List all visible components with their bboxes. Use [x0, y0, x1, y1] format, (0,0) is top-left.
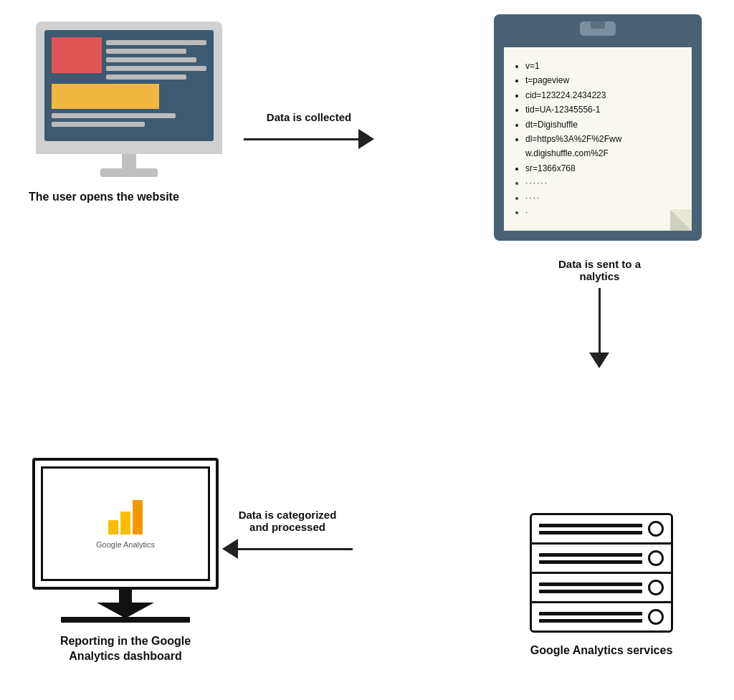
arrow-sent-label: Data is sent to analytics	[558, 258, 641, 282]
screen-line	[52, 113, 176, 118]
server-circle	[648, 580, 664, 595]
list-item: ····	[525, 191, 682, 205]
server-unit	[532, 574, 671, 603]
list-item: dt=Digishuffle	[525, 118, 682, 132]
arrow-collected-label: Data is collected	[267, 111, 351, 123]
server-unit	[532, 515, 671, 545]
server-lines	[539, 524, 642, 534]
ga-bar	[120, 512, 130, 534]
server-circle	[648, 521, 664, 537]
list-item: v=1	[525, 59, 682, 73]
server-wrap: Google Analytics services	[530, 513, 673, 657]
arrow-sent-content: Data is sent to analytics	[558, 258, 641, 368]
ga-stand-neck	[119, 590, 132, 603]
monitor-stand-neck	[122, 154, 136, 168]
server-label: Google Analytics services	[530, 644, 673, 657]
monitor-stand-base	[100, 168, 158, 177]
server-line	[539, 582, 642, 586]
diagram-container: The user opens the website Data is colle…	[0, 0, 734, 700]
monitor-screen	[44, 30, 214, 141]
ga-outer-frame: Google Analytics	[32, 458, 219, 590]
server-body	[530, 513, 673, 633]
ga-stand-trapezoid	[97, 603, 154, 618]
ga-bar	[133, 500, 143, 534]
screen-line	[106, 66, 206, 71]
ga-text: Google Analytics	[96, 540, 155, 549]
screen-line	[52, 122, 145, 127]
monitor-body	[36, 21, 222, 154]
server-line	[539, 612, 642, 615]
clipboard-paper: v=1 t=pageview cid=123224.2434223 tid=UA…	[504, 47, 692, 231]
clipboard-board: v=1 t=pageview cid=123224.2434223 tid=UA…	[494, 14, 702, 241]
monitor-wrap	[36, 21, 222, 177]
arrow-head-right	[358, 129, 374, 149]
server-circle	[648, 609, 664, 625]
list-item: ·	[525, 205, 682, 219]
arrow-horiz	[244, 129, 374, 149]
screen-yellow-box	[52, 84, 159, 109]
monitor-section: The user opens the website	[29, 21, 229, 205]
arrow-line-horiz2	[238, 548, 353, 550]
arrow-vert	[589, 288, 609, 368]
ga-section: Google Analytics Reporting in the Google…	[22, 458, 229, 664]
ga-label: Reporting in the GoogleAnalytics dashboa…	[22, 634, 229, 664]
screen-line	[106, 57, 196, 62]
screen-row1	[52, 37, 206, 80]
clipboard-section: v=1 t=pageview cid=123224.2434223 tid=UA…	[483, 14, 712, 241]
server-circle	[648, 550, 664, 566]
list-item: dl=https%3A%2F%2Fwww.digishuffle.com%2F	[525, 132, 682, 161]
arrow-sent: Data is sent to analytics	[558, 258, 641, 368]
server-line	[539, 553, 642, 557]
list-item: t=pageview	[525, 73, 682, 87]
arrow-line-vert	[599, 288, 601, 353]
server-line	[539, 619, 642, 623]
server-line	[539, 590, 642, 593]
server-unit	[532, 603, 671, 631]
screen-line	[106, 75, 186, 80]
user-opens-label: The user opens the website	[29, 190, 229, 205]
server-section: Google Analytics services	[512, 513, 691, 657]
clipboard-clip	[580, 21, 616, 36]
screen-line	[106, 49, 186, 54]
screen-lines-right	[106, 37, 206, 80]
list-item: sr=1366x768	[525, 161, 682, 176]
server-lines	[539, 553, 642, 564]
list-item: cid=123224.2434223	[525, 88, 682, 102]
list-item: tid=UA-12345556-1	[525, 102, 682, 117]
server-line	[539, 524, 642, 527]
ga-monitor-wrap: Google Analytics	[32, 458, 219, 623]
arrow-categorized: Data is categorizedand processed	[222, 509, 353, 559]
server-line	[539, 531, 642, 534]
ga-analytics-icon	[108, 499, 143, 534]
clipboard-list: v=1 t=pageview cid=123224.2434223 tid=UA…	[514, 59, 682, 219]
screen-bottom-lines	[52, 113, 206, 127]
clipboard-wrap: v=1 t=pageview cid=123224.2434223 tid=UA…	[494, 14, 702, 241]
list-item: ······	[525, 176, 682, 190]
server-lines	[539, 582, 642, 593]
arrow-head-down	[589, 353, 609, 368]
ga-inner-frame: Google Analytics	[41, 466, 210, 581]
server-unit	[532, 545, 671, 574]
server-line	[539, 560, 642, 564]
screen-red-box	[52, 37, 102, 73]
screen-line	[106, 40, 206, 45]
arrow-categorized-label: Data is categorizedand processed	[239, 509, 337, 533]
server-lines	[539, 612, 642, 623]
arrow-horiz-left	[222, 539, 353, 559]
arrow-line-horiz	[244, 138, 358, 140]
ga-bar	[108, 520, 118, 534]
arrow-collected: Data is collected	[244, 111, 374, 149]
ga-base-bar	[61, 617, 190, 623]
